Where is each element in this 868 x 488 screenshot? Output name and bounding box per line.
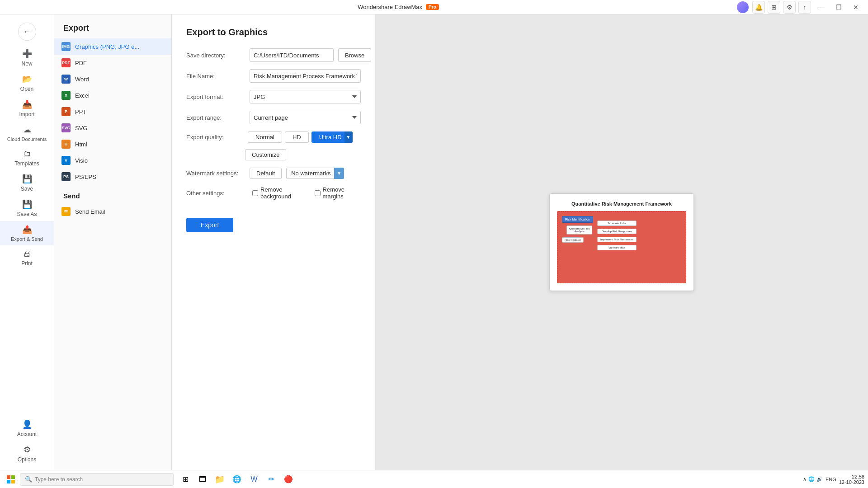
remove-background-label[interactable]: Remove background bbox=[252, 186, 307, 200]
save-label: Save bbox=[21, 186, 33, 192]
taskbar-widgets-button[interactable]: ⊞ bbox=[177, 471, 193, 488]
remove-margins-checkbox[interactable] bbox=[315, 190, 321, 196]
send-email-item[interactable]: ✉ Send Email bbox=[54, 203, 171, 220]
graphics-icon: IMG bbox=[61, 42, 71, 51]
taskbar-edraw-button[interactable]: ✏ bbox=[263, 471, 279, 488]
print-icon: 🖨 bbox=[23, 249, 31, 258]
minimize-button[interactable]: — bbox=[815, 3, 828, 12]
start-button[interactable] bbox=[4, 472, 18, 487]
remove-background-checkbox[interactable] bbox=[252, 190, 258, 196]
user-avatar[interactable] bbox=[737, 1, 749, 13]
export-format-graphics[interactable]: IMG Graphics (PNG, JPG e... bbox=[54, 38, 171, 55]
export-format-pdf[interactable]: PDF PDF bbox=[54, 55, 171, 71]
export-format-html[interactable]: H Html bbox=[54, 136, 171, 152]
sidebar-item-options[interactable]: ⚙ Options bbox=[0, 441, 54, 466]
svg-icon: SVG bbox=[61, 123, 71, 132]
clock-time: 22:58 bbox=[852, 474, 864, 479]
ppt-icon: P bbox=[61, 107, 71, 116]
export-format-ps[interactable]: PS PS/EPS bbox=[54, 169, 171, 185]
close-button[interactable]: ✕ bbox=[849, 3, 863, 12]
expand-tray-icon[interactable]: ∧ bbox=[803, 476, 807, 482]
export-format-excel[interactable]: X Excel bbox=[54, 87, 171, 103]
share-icon[interactable]: ↑ bbox=[798, 1, 811, 14]
email-label: Send Email bbox=[75, 208, 105, 215]
taskbar-edge-button[interactable]: 🌐 bbox=[229, 471, 245, 488]
taskbar-right: ∧ 🌐 🔊 ENG 22:58 12-10-2023 bbox=[803, 474, 864, 485]
notifications-icon[interactable]: 🔔 bbox=[752, 1, 765, 14]
other-settings-label: Other settings: bbox=[186, 190, 245, 197]
settings-icon[interactable]: ⚙ bbox=[783, 1, 796, 14]
file-name-input[interactable] bbox=[250, 69, 361, 83]
export-quality-row: Export quality: Normal HD Ultra HD ▼ bbox=[186, 131, 361, 143]
cloud-label: Cloud Documents bbox=[7, 136, 47, 142]
quality-normal-button[interactable]: Normal bbox=[248, 131, 282, 143]
pdf-label: PDF bbox=[75, 60, 87, 66]
open-label: Open bbox=[20, 86, 33, 92]
save-directory-input[interactable] bbox=[250, 48, 334, 62]
risk-identification-node: Risk Identification bbox=[562, 216, 593, 223]
browse-button[interactable]: Browse bbox=[338, 48, 371, 62]
pro-badge: Pro bbox=[426, 4, 439, 10]
export-label: Export & Send bbox=[11, 236, 43, 242]
export-format-visio[interactable]: V Visio bbox=[54, 152, 171, 169]
back-arrow-icon[interactable]: ← bbox=[18, 23, 36, 41]
sidebar-item-cloud[interactable]: ☁ Cloud Documents bbox=[0, 121, 54, 145]
taskbar-clock[interactable]: 22:58 12-10-2023 bbox=[839, 474, 864, 485]
implement-risk-node: Implement Risk Responses bbox=[597, 237, 637, 242]
restore-button[interactable]: ❐ bbox=[832, 3, 845, 12]
remove-margins-text: Remove margins bbox=[323, 186, 361, 200]
export-format-ppt[interactable]: P PPT bbox=[54, 103, 171, 120]
network-icon[interactable]: 🌐 bbox=[808, 476, 815, 482]
cloud-icon: ☁ bbox=[23, 125, 31, 135]
sidebar-item-export[interactable]: 📤 Export & Send bbox=[0, 221, 54, 245]
preview-card: Quantitative Risk Management Framework R… bbox=[549, 193, 694, 291]
remove-background-text: Remove background bbox=[260, 186, 307, 200]
ps-label: PS/EPS bbox=[75, 174, 96, 180]
ultra-hd-dropdown-arrow[interactable]: ▼ bbox=[344, 131, 353, 143]
sidebar-item-save-as[interactable]: 💾 Save As bbox=[0, 196, 54, 221]
quality-hd-button[interactable]: HD bbox=[285, 131, 309, 143]
back-button[interactable]: ← bbox=[0, 18, 54, 45]
export-format-select[interactable]: JPG PNG BMP GIF TIFF SVG bbox=[250, 90, 361, 103]
taskbar-search[interactable]: 🔍 Type here to search bbox=[20, 473, 174, 486]
watermark-dropdown-arrow[interactable]: ▼ bbox=[334, 168, 344, 179]
toolbar-icons: 🔔 ⊞ ⚙ ↑ bbox=[752, 1, 811, 14]
options-icon: ⚙ bbox=[24, 445, 31, 455]
watermark-default-button[interactable]: Default bbox=[250, 168, 282, 179]
sidebar-item-print[interactable]: 🖨 Print bbox=[0, 245, 54, 270]
export-range-label: Export range: bbox=[186, 114, 245, 121]
volume-icon[interactable]: 🔊 bbox=[816, 476, 823, 482]
taskbar-chrome-button[interactable]: 🔴 bbox=[280, 471, 297, 488]
sidebar-item-import[interactable]: 📥 Import bbox=[0, 96, 54, 121]
taskbar-taskview-button[interactable]: 🗔 bbox=[194, 471, 211, 488]
diagram-title: Quantitative Risk Management Framework bbox=[557, 201, 686, 206]
taskbar-word-button[interactable]: W bbox=[246, 471, 262, 488]
sidebar-item-save[interactable]: 💾 Save bbox=[0, 170, 54, 196]
export-button[interactable]: Export bbox=[186, 218, 233, 232]
word-label: Word bbox=[75, 76, 89, 83]
watermark-select-wrap: No watermarks ▼ bbox=[286, 168, 344, 179]
export-range-row: Export range: Current page All pages Sel… bbox=[186, 111, 361, 124]
save-icon: 💾 bbox=[22, 174, 32, 184]
export-range-select[interactable]: Current page All pages Selected shapes bbox=[250, 111, 361, 124]
file-name-row: File Name: bbox=[186, 69, 361, 83]
export-format-word[interactable]: W Word bbox=[54, 71, 171, 87]
export-format-svg[interactable]: SVG SVG bbox=[54, 120, 171, 136]
grid-icon[interactable]: ⊞ bbox=[768, 1, 780, 14]
ppt-label: PPT bbox=[75, 108, 86, 115]
sidebar-item-templates[interactable]: 🗂 Templates bbox=[0, 145, 54, 170]
ps-icon: PS bbox=[61, 172, 71, 181]
remove-margins-label[interactable]: Remove margins bbox=[315, 186, 361, 200]
svg-rect-1 bbox=[11, 475, 15, 479]
svg-rect-3 bbox=[11, 480, 15, 483]
develop-risk-node: Develop Risk Responses bbox=[597, 229, 637, 234]
watermark-row: Watermark settings: Default No watermark… bbox=[186, 168, 361, 179]
taskbar-explorer-button[interactable]: 📁 bbox=[212, 471, 228, 488]
sidebar-item-open[interactable]: 📂 Open bbox=[0, 70, 54, 96]
send-section-title: Send bbox=[54, 185, 171, 203]
sidebar-item-account[interactable]: 👤 Account bbox=[0, 416, 54, 441]
sidebar-item-new[interactable]: ➕ New bbox=[0, 45, 54, 70]
customize-button[interactable]: Customize bbox=[245, 149, 286, 160]
svg-rect-2 bbox=[7, 480, 10, 483]
nav-bottom: 👤 Account ⚙ Options bbox=[0, 416, 54, 466]
